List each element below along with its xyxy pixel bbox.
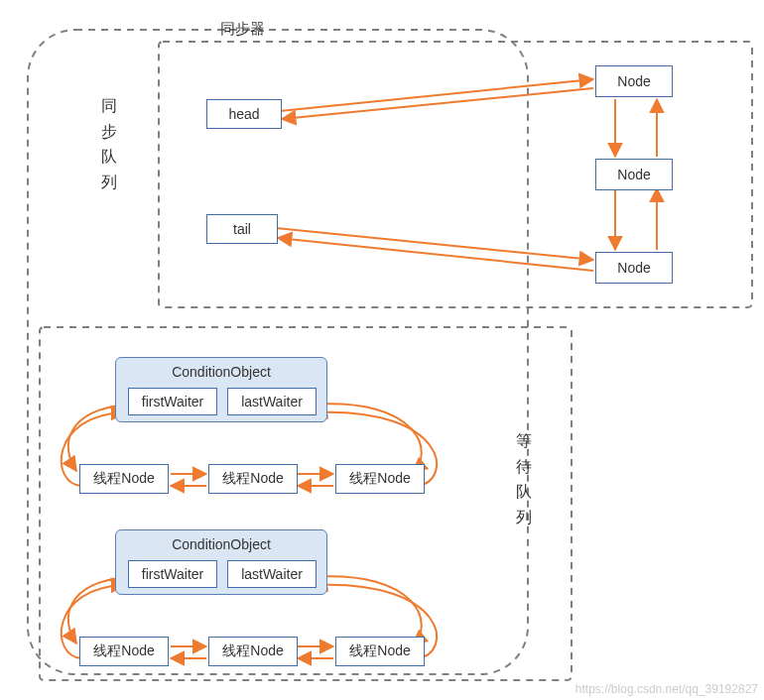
watermark: https://blog.csdn.net/qq_39192827 xyxy=(575,682,758,696)
first-waiter-2: firstWaiter xyxy=(128,560,217,588)
thread-node-2-2: 线程Node xyxy=(208,637,298,666)
node-1: Node xyxy=(595,65,673,97)
condition-object-2: ConditionObject firstWaiter lastWaiter xyxy=(115,529,327,595)
label-wait-queue: 等待队列 xyxy=(516,428,532,529)
tail-box: tail xyxy=(206,214,278,244)
condition-title: ConditionObject xyxy=(116,364,326,380)
svg-line-3 xyxy=(280,79,593,111)
svg-line-4 xyxy=(282,88,593,119)
node-2: Node xyxy=(595,159,673,190)
node-3: Node xyxy=(595,252,673,284)
thread-node-1-3: 线程Node xyxy=(335,464,425,494)
condition-title: ConditionObject xyxy=(116,536,326,552)
head-box: head xyxy=(206,99,282,129)
title-synchronizer: 同步器 xyxy=(220,20,265,39)
thread-node-2-3: 线程Node xyxy=(335,637,425,666)
thread-node-1-1: 线程Node xyxy=(79,464,169,494)
first-waiter-1: firstWaiter xyxy=(128,388,217,415)
thread-node-1-2: 线程Node xyxy=(208,464,298,494)
thread-node-2-1: 线程Node xyxy=(79,637,169,666)
label-sync-queue: 同步队列 xyxy=(101,93,117,194)
last-waiter-1: lastWaiter xyxy=(227,388,317,415)
last-waiter-2: lastWaiter xyxy=(227,560,317,588)
condition-object-1: ConditionObject firstWaiter lastWaiter xyxy=(115,357,327,422)
